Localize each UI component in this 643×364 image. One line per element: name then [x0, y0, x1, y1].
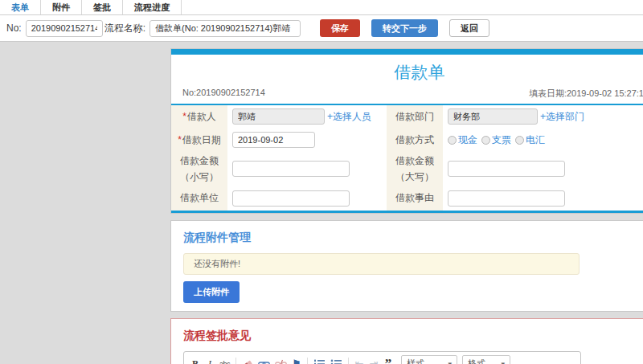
outdent-icon[interactable]: ⇤ — [354, 358, 364, 364]
chevron-down-icon: ▾ — [448, 360, 452, 364]
process-name-input[interactable] — [149, 20, 301, 37]
amount-big-input[interactable] — [448, 161, 565, 177]
required-mark: * — [182, 111, 186, 122]
back-button[interactable]: 返回 — [449, 19, 489, 37]
save-button[interactable]: 保存 — [320, 19, 360, 37]
form-no-text: No:20190902152714 — [182, 88, 265, 100]
radio-wire[interactable]: 电汇 — [515, 133, 545, 147]
blockquote-icon[interactable]: ” — [383, 359, 393, 364]
form-date-text: 填表日期:2019-09-02 15:27:1 — [529, 88, 643, 100]
link-icon[interactable] — [258, 359, 270, 364]
indent-icon[interactable]: ⇥ — [369, 358, 379, 364]
loan-date-label: *借款日期 — [171, 128, 227, 152]
radio-cash[interactable]: 现金 — [448, 133, 477, 147]
borrower-label: *借款人 — [171, 105, 227, 128]
loan-unit-input[interactable] — [232, 190, 350, 207]
attachments-panel: 流程附件管理 还没有附件! 上传附件 — [170, 220, 643, 312]
divider — [171, 211, 643, 213]
loan-form-panel: 借款单 No:20190902152714 填表日期:2019-09-02 15… — [170, 48, 643, 214]
loan-unit-label: 借款单位 — [171, 186, 227, 211]
form-row: *借款人 +选择人员 借款部门 +选择部门 — [171, 105, 643, 128]
unlink-icon[interactable] — [275, 359, 287, 364]
radio-cheque[interactable]: 支票 — [481, 133, 511, 147]
editor-toolbar: B I abc ⚑ — [184, 352, 580, 364]
italic-icon[interactable]: I — [205, 358, 215, 364]
form-row: *借款日期 借款方式 现金 支票 电汇 — [171, 128, 643, 152]
tab-bar: 表单 附件 签批 流程进度 — [0, 0, 643, 15]
strikethrough-icon[interactable]: abc — [219, 358, 230, 364]
radio-circle-icon[interactable] — [448, 136, 457, 145]
format-dropdown[interactable]: 格式▾ — [462, 355, 510, 364]
process-name-label: 流程名称: — [104, 22, 145, 35]
upload-attachment-button[interactable]: 上传附件 — [183, 281, 240, 303]
bullet-list-icon[interactable] — [330, 359, 342, 364]
department-label: 借款部门 — [387, 105, 443, 128]
form-row: 借款金额（小写） 借款金额（大写） — [171, 152, 643, 186]
amount-small-input[interactable] — [232, 161, 350, 177]
chevron-down-icon: ▾ — [501, 360, 505, 364]
loan-reason-input[interactable] — [448, 190, 565, 207]
toolbar-separator — [235, 358, 236, 364]
select-person-link[interactable]: +选择人员 — [327, 110, 371, 124]
content-area: 借款单 No:20190902152714 填表日期:2019-09-02 15… — [0, 42, 643, 364]
no-attachments-alert: 还没有附件! — [183, 253, 580, 275]
department-input[interactable] — [448, 108, 538, 125]
amount-small-label: 借款金额（小写） — [171, 152, 227, 186]
approval-opinions-panel: 流程签批意见 B I abc ⚑ — [170, 318, 643, 364]
ordered-list-icon[interactable] — [313, 359, 326, 364]
form-row: 借款单位 借款事由 — [171, 186, 643, 211]
tab-attachments[interactable]: 附件 — [41, 0, 82, 14]
radio-circle-icon[interactable] — [481, 136, 490, 145]
tab-form[interactable]: 表单 — [0, 0, 41, 14]
loan-reason-label: 借款事由 — [387, 186, 443, 211]
style-dropdown[interactable]: 样式▾ — [401, 355, 457, 364]
toolbar-separator — [307, 358, 308, 364]
bold-icon[interactable]: B — [190, 358, 200, 364]
remove-format-icon[interactable] — [242, 358, 253, 364]
forward-next-step-button[interactable]: 转交下一步 — [371, 19, 438, 37]
toolbar-separator — [348, 358, 349, 364]
toolbar: No: 流程名称: 保存 转交下一步 返回 — [0, 15, 643, 42]
rich-text-editor: B I abc ⚑ — [183, 351, 581, 364]
no-input[interactable] — [26, 20, 103, 37]
anchor-flag-icon[interactable]: ⚑ — [292, 358, 301, 364]
approval-opinions-heading: 流程签批意见 — [183, 329, 643, 343]
select-department-link[interactable]: +选择部门 — [540, 110, 584, 124]
tab-approval[interactable]: 签批 — [82, 0, 123, 14]
form-title: 借款单 — [171, 55, 643, 87]
amount-big-label: 借款金额（大写） — [387, 152, 443, 186]
loan-date-input[interactable] — [232, 132, 315, 148]
panel-top-bar — [171, 49, 643, 55]
loan-method-label: 借款方式 — [387, 128, 443, 152]
no-label: No: — [6, 22, 22, 34]
borrower-input[interactable] — [232, 108, 325, 125]
tab-progress[interactable]: 流程进度 — [123, 0, 182, 14]
attachments-heading: 流程附件管理 — [183, 231, 643, 245]
radio-circle-icon[interactable] — [515, 136, 524, 145]
required-mark: * — [178, 134, 182, 145]
